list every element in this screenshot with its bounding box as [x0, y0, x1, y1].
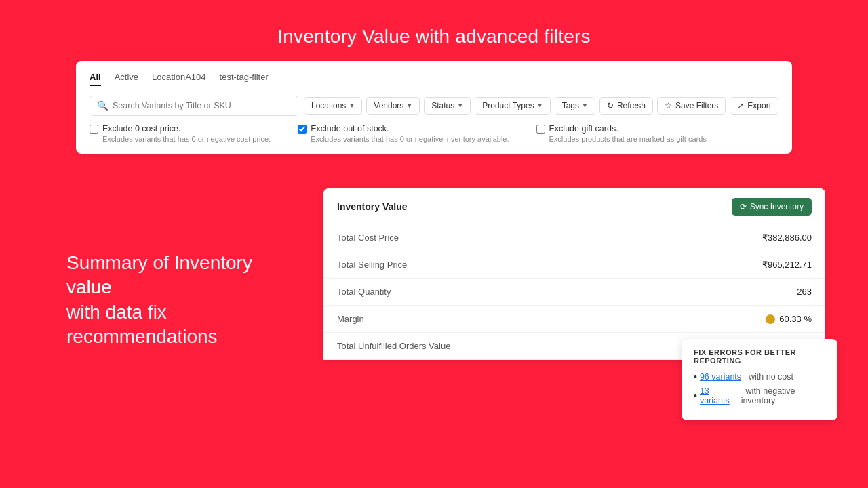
export-button[interactable]: ↗ Export: [730, 97, 778, 115]
total-selling-price-value: ₹965,212.71: [762, 260, 812, 270]
product-types-filter-button[interactable]: Product Types ▼: [475, 97, 550, 115]
fix-no-cost-item: 96 variants with no cost: [694, 371, 825, 382]
margin-dot-icon: [766, 314, 775, 324]
no-cost-text: with no cost: [744, 372, 793, 382]
exclude-out-of-stock-label: Exclude out of stock.: [311, 124, 389, 134]
filter-card: All Active LocationA104 test-tag-filter …: [76, 61, 792, 154]
total-cost-price-label: Total Cost Price: [337, 232, 399, 243]
chevron-down-icon: ▼: [537, 102, 543, 109]
vendors-filter-button[interactable]: Vendors ▼: [366, 97, 420, 115]
inventory-card-header: Inventory Value ⟳ Sync Inventory: [323, 188, 825, 224]
search-box: 🔍: [90, 96, 298, 116]
tab-location[interactable]: LocationA104: [152, 72, 206, 86]
tab-tag[interactable]: test-tag-filter: [220, 72, 269, 86]
total-cost-price-row: Total Cost Price ₹382,886.00: [323, 224, 825, 251]
margin-value-group: 60.33 %: [766, 314, 812, 324]
total-quantity-label: Total Quantity: [337, 287, 391, 297]
chevron-down-icon: ▼: [582, 102, 588, 109]
exclude-out-of-stock-desc: Excludes variants that has 0 or negative…: [311, 135, 509, 143]
inventory-value-card: Inventory Value ⟳ Sync Inventory Total C…: [323, 188, 825, 360]
sync-button-label: Sync Inventory: [750, 202, 804, 211]
search-icon: 🔍: [97, 100, 108, 111]
total-quantity-row: Total Quantity 263: [323, 279, 825, 306]
total-unfulfilled-label: Total Unfulfilled Orders Value: [337, 341, 450, 351]
locations-label: Locations: [311, 101, 346, 110]
exclude-gift-cards-checkbox-item: Exclude gift cards. Excludes products th…: [536, 124, 707, 143]
tags-filter-button[interactable]: Tags ▼: [555, 97, 595, 115]
filter-row: 🔍 Locations ▼ Vendors ▼ Status ▼ Product…: [90, 96, 778, 116]
margin-value: 60.33 %: [779, 314, 812, 324]
negative-inventory-text: with negative inventory: [741, 386, 825, 405]
filter-tabs: All Active LocationA104 test-tag-filter: [90, 72, 778, 86]
no-cost-variants-link[interactable]: 96 variants: [700, 372, 741, 382]
chevron-down-icon: ▼: [406, 102, 412, 109]
exclude-gift-cards-checkbox[interactable]: [536, 125, 545, 134]
export-label: Export: [747, 101, 771, 110]
negative-inventory-variants-link[interactable]: 13 variants: [700, 386, 738, 405]
search-input[interactable]: [113, 101, 291, 110]
page-title: Inventory Value with advanced filters: [0, 0, 868, 47]
star-icon: ☆: [665, 101, 672, 110]
refresh-label: Refresh: [617, 101, 646, 110]
exclude-gift-cards-desc: Excludes products that are marked as gif…: [549, 135, 707, 143]
exclude-gift-cards-label: Exclude gift cards.: [549, 124, 618, 134]
filter-buttons: Locations ▼ Vendors ▼ Status ▼ Product T…: [304, 97, 778, 115]
chevron-down-icon: ▼: [349, 102, 355, 109]
sync-inventory-button[interactable]: ⟳ Sync Inventory: [732, 198, 812, 216]
locations-filter-button[interactable]: Locations ▼: [304, 97, 362, 115]
fix-errors-title: FIX ERRORS FOR BETTER REPORTING: [694, 348, 825, 365]
refresh-icon: ↻: [607, 101, 614, 110]
total-cost-price-value: ₹382,886.00: [762, 232, 812, 243]
margin-row: Margin 60.33 %: [323, 306, 825, 333]
refresh-button[interactable]: ↻ Refresh: [599, 97, 653, 115]
left-description-text: Summary of Inventory valuewith data fixr…: [66, 252, 252, 347]
exclude-cost-label: Exclude 0 cost price.: [102, 124, 180, 134]
left-description: Summary of Inventory valuewith data fixr…: [66, 251, 290, 350]
exclude-out-of-stock-checkbox-item: Exclude out of stock. Excludes variants …: [298, 124, 509, 143]
save-filters-label: Save Filters: [675, 101, 718, 110]
total-selling-price-row: Total Selling Price ₹965,212.71: [323, 251, 825, 279]
total-quantity-value: 263: [797, 287, 812, 297]
sync-icon: ⟳: [740, 202, 747, 211]
exclude-cost-checkbox[interactable]: [90, 125, 98, 134]
product-types-label: Product Types: [482, 101, 534, 110]
tab-active[interactable]: Active: [115, 72, 138, 86]
vendors-label: Vendors: [374, 101, 403, 110]
export-icon: ↗: [737, 101, 744, 110]
total-selling-price-label: Total Selling Price: [337, 260, 407, 270]
fix-errors-list: 96 variants with no cost 13 variants wit…: [694, 371, 825, 405]
exclude-out-of-stock-checkbox[interactable]: [298, 125, 307, 134]
fix-errors-panel: FIX ERRORS FOR BETTER REPORTING 96 varia…: [682, 339, 837, 420]
tags-label: Tags: [562, 101, 579, 110]
save-filters-button[interactable]: ☆ Save Filters: [657, 97, 726, 115]
exclude-cost-desc: Excludes variants that has 0 or negative…: [102, 135, 271, 143]
fix-negative-inventory-item: 13 variants with negative inventory: [694, 386, 825, 405]
exclude-cost-checkbox-item: Exclude 0 cost price. Excludes variants …: [90, 124, 271, 143]
margin-label: Margin: [337, 314, 364, 324]
chevron-down-icon: ▼: [457, 102, 463, 109]
inventory-card-title: Inventory Value: [337, 201, 407, 212]
checkbox-row: Exclude 0 cost price. Excludes variants …: [90, 124, 778, 143]
status-label: Status: [431, 101, 454, 110]
status-filter-button[interactable]: Status ▼: [424, 97, 471, 115]
tab-all[interactable]: All: [90, 72, 101, 86]
